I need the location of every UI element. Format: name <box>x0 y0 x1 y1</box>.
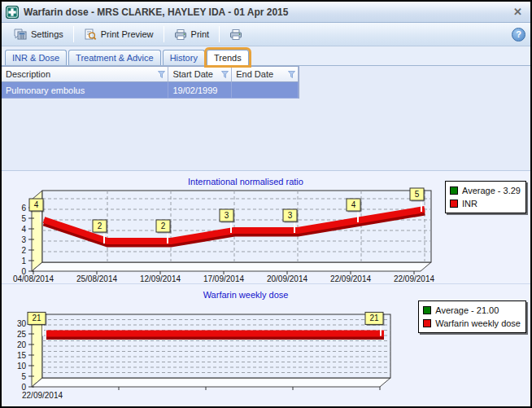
tab-trends[interactable]: Trends <box>207 50 249 65</box>
settings-icon <box>14 29 27 41</box>
trends-content-panel: Description Start Date End Date <box>2 65 530 171</box>
toolbar-separator <box>164 26 164 42</box>
point-label-value: 2 <box>98 222 102 230</box>
dose-chart-panel: Warfarin weekly dose Average - 21.00Warf… <box>2 284 530 406</box>
x-axis-label: 22/09/2014 <box>22 391 63 400</box>
toolbar-separator <box>73 26 74 42</box>
problems-table: Description Start Date End Date <box>2 66 299 99</box>
filter-funnel-icon[interactable] <box>158 71 165 78</box>
dose-chart-title: Warfarin weekly dose <box>2 290 490 300</box>
legend-swatch-icon <box>450 200 458 208</box>
y-axis-label: 5 <box>21 214 26 223</box>
close-button[interactable]: ✕ <box>512 6 524 18</box>
chart-floor <box>32 378 390 387</box>
legend-label: Average - 3.29 <box>462 184 521 197</box>
y-axis-label: 25 <box>17 330 27 339</box>
point-label-value: 5 <box>415 190 420 199</box>
print-icon <box>174 29 187 41</box>
column-header-start-date[interactable]: Start Date <box>168 66 232 82</box>
y-axis-label: 2 <box>21 246 26 255</box>
x-axis-label: 04/08/2014 <box>13 274 54 283</box>
tab-inr-and-dose[interactable]: INR & Dose <box>5 50 67 65</box>
cell-start-date: 19/02/1999 <box>168 82 232 99</box>
legend-item: Average - 21.00 <box>423 304 521 317</box>
inr-chart-legend: Average - 3.29INR <box>445 181 526 213</box>
warfarin-dose-window: Warfarin dose - MRS CLARKE, HAYLEY IDA -… <box>0 0 532 408</box>
title-bar: Warfarin dose - MRS CLARKE, HAYLEY IDA -… <box>2 2 530 23</box>
x-axis-label: 25/08/2014 <box>76 274 117 283</box>
point-label-value: 21 <box>32 314 41 322</box>
point-label-value: 4 <box>34 200 39 209</box>
point-label-value: 3 <box>225 211 229 220</box>
filter-funnel-icon[interactable] <box>221 71 229 78</box>
y-axis-label: 1 <box>21 257 26 265</box>
tab-history[interactable]: History <box>163 50 205 65</box>
legend-label: Average - 21.00 <box>435 304 499 317</box>
y-axis-label: 0 <box>21 383 26 392</box>
column-header-label: End Date <box>236 69 273 79</box>
window-title: Warfarin dose - MRS CLARKE, HAYLEY IDA -… <box>24 7 507 18</box>
x-axis-label: 20/09/2014 <box>267 274 307 283</box>
tab-bar: INR & Dose Treatment & Advice History Tr… <box>2 46 530 65</box>
inr-chart-panel: International normalised ratio Average -… <box>2 171 530 284</box>
column-header-end-date[interactable]: End Date <box>232 66 299 82</box>
x-axis-label: 22/09/2014 <box>330 274 371 283</box>
dose-chart-legend: Average - 21.00Warfarin weekly dose <box>418 301 526 333</box>
legend-item: Average - 3.29 <box>450 184 521 197</box>
y-axis-label: 20 <box>17 340 27 349</box>
point-label-value: 2 <box>161 222 166 230</box>
y-axis-label: 5 <box>21 372 26 381</box>
y-axis-label: 3 <box>21 235 26 244</box>
chart-floor <box>32 262 431 271</box>
legend-item: Warfarin weekly dose <box>423 317 521 330</box>
cell-description: Pulmonary embolus <box>2 82 168 99</box>
legend-swatch-icon <box>450 186 458 195</box>
print-preview-button[interactable]: Print Preview <box>76 25 161 44</box>
legend-item: INR <box>450 197 521 210</box>
medical-cross-icon <box>6 6 19 19</box>
y-axis-label: 10 <box>17 362 27 371</box>
x-axis-label: 22/09/2014 <box>394 274 434 283</box>
help-button[interactable]: ? <box>512 28 525 42</box>
settings-label: Settings <box>31 29 63 39</box>
settings-button[interactable]: Settings <box>7 25 71 44</box>
filter-funnel-icon[interactable] <box>288 71 295 78</box>
legend-swatch-icon <box>423 319 431 327</box>
column-header-label: Start Date <box>172 69 213 79</box>
point-label-value: 3 <box>288 211 293 220</box>
inr-chart-title: International normalised ratio <box>2 177 490 186</box>
print-a4-report-icon <box>229 29 242 41</box>
y-axis-label: 4 <box>21 225 26 234</box>
y-axis-label: 30 <box>17 319 27 328</box>
column-header-label: Description <box>6 69 50 79</box>
point-label-value: 21 <box>369 314 379 322</box>
table-row-pulmonary-embolus[interactable]: Pulmonary embolus 19/02/1999 <box>2 82 299 99</box>
x-axis-label: 12/09/2014 <box>140 274 181 283</box>
legend-label: Warfarin weekly dose <box>435 317 521 330</box>
print-preview-label: Print Preview <box>101 29 154 39</box>
legend-swatch-icon <box>423 306 431 314</box>
toolbar-separator <box>219 26 220 42</box>
x-axis-label: 17/09/2014 <box>203 274 244 283</box>
charts-area: International normalised ratio Average -… <box>2 171 530 406</box>
print-label: Print <box>191 29 210 39</box>
toolbar: Settings Print Preview Print <box>2 23 530 46</box>
print-button[interactable]: Print <box>167 25 217 44</box>
cell-end-date <box>232 82 299 99</box>
print-preview-icon <box>84 29 97 41</box>
column-header-description[interactable]: Description <box>2 66 168 82</box>
y-axis-label: 15 <box>17 351 27 360</box>
print-a4-report-button[interactable] <box>222 25 254 44</box>
y-axis-label: 6 <box>21 204 26 213</box>
tab-treatment-and-advice[interactable]: Treatment & Advice <box>68 50 161 65</box>
legend-label: INR <box>462 197 477 210</box>
point-label-value: 4 <box>351 200 356 209</box>
table-header-row: Description Start Date End Date <box>2 66 299 82</box>
